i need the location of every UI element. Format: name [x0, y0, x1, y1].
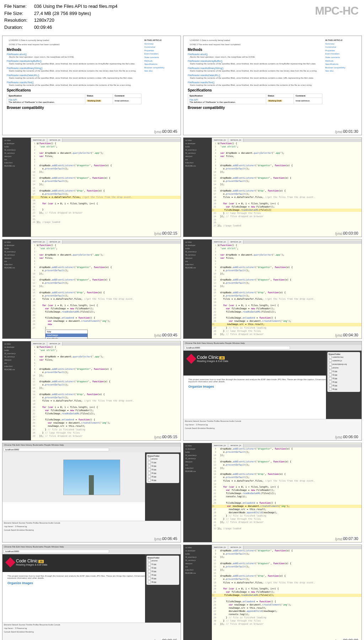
- compat-heading: Browser compatibility: [7, 106, 141, 110]
- file-tree[interactable]: ca indexca developerbuilds02_exercise.js…: [183, 240, 212, 339]
- code-editor[interactable]: exercise.jsservice.js8 dropNode.addEvent…: [212, 443, 362, 542]
- file-tree[interactable]: ca indexca developerbuilds02_exercise.js…: [2, 240, 31, 339]
- duration-value: 00:09:46: [34, 25, 52, 30]
- file-tree[interactable]: ca indexca developerbuilds02_exercise.js…: [2, 138, 31, 237]
- file-tree[interactable]: ca indexca developerbuilds02_exercise.js…: [183, 138, 212, 237]
- thumb-3[interactable]: ca indexca developerbuilds02_exercise.js…: [2, 137, 181, 237]
- code-editor[interactable]: exercise.jsservice.js1$(function() {2 'u…: [31, 240, 181, 339]
- devtools-tabs[interactable]: Elements Network Sources Timeline Profil…: [183, 419, 362, 423]
- url-bar[interactable]: localhost:8000: [183, 345, 362, 351]
- menubar[interactable]: Chrome File Edit View History Bookmarks …: [183, 341, 362, 345]
- app-watermark: MPC-HC: [315, 4, 358, 17]
- filesize-label: File Size:: [4, 10, 33, 17]
- thumb-8[interactable]: Chrome File Edit View History Bookmarks …: [183, 341, 362, 441]
- filename-label: File Name:: [4, 3, 33, 10]
- duration-label: Duration:: [4, 24, 33, 31]
- code-editor[interactable]: exercise.jsservice.js1$(function() {2 'u…: [212, 138, 362, 237]
- file-tree[interactable]: ca indexca developerbuilds02_exercise.js…: [2, 341, 31, 440]
- thumb-5[interactable]: ca indexca developerbuilds02_exercise.js…: [2, 239, 181, 339]
- specs-heading: Specifications: [7, 88, 141, 92]
- timestamp: 00:00:45: [161, 129, 178, 134]
- filesize-value: 27,4 MB (28 756 899 bytes): [34, 11, 91, 16]
- file-tree[interactable]: ca indexca developerbuilds02_exercise.js…: [183, 545, 212, 640]
- specs-table: SpecificationStatusComment File APIThe d…: [7, 94, 141, 104]
- code-editor[interactable]: exercise.jsservice.js1$(function() {2 'u…: [31, 138, 181, 237]
- logo-icon: [186, 353, 196, 363]
- thumb-9[interactable]: Chrome File Edit View History Bookmarks …: [2, 443, 181, 542]
- thumb-4[interactable]: ca indexca developerbuilds02_exercise.js…: [183, 137, 362, 237]
- code-editor[interactable]: exercise.jsservice.js8 dropNode.addEvent…: [212, 545, 362, 640]
- thumbnail-grid: LOADING 1 Data is currently being loaded…: [0, 33, 364, 640]
- article-nav: IN THIS ARTICLE Summary Constructor Prop…: [144, 39, 176, 111]
- resolution-value: 1280x720: [34, 17, 54, 23]
- code-editor[interactable]: exercise.jsservice.js1$(function() {2 'u…: [31, 341, 181, 440]
- thumb-1[interactable]: LOADING 1 Data is currently being loaded…: [2, 36, 181, 135]
- file-tree[interactable]: ca indexca developerbuilds02_exercise.js…: [183, 443, 212, 542]
- resolution-label: Resolution:: [4, 17, 33, 24]
- thumb-12[interactable]: ca indexca developerbuilds02_exercise.js…: [183, 545, 362, 640]
- file-info-header: File Name: 036 Using the Files API to re…: [0, 0, 364, 33]
- thumb-6[interactable]: ca indexca developerbuilds02_exercise.js…: [183, 239, 362, 339]
- thumb-10[interactable]: ca indexca developerbuilds02_exercise.js…: [183, 443, 362, 542]
- methods-heading: Methods: [7, 48, 141, 52]
- thumb-7[interactable]: ca indexca developerbuilds02_exercise.js…: [2, 341, 181, 441]
- finder-panel: Shared Folder codeclinic.key codeclinic.…: [326, 351, 362, 419]
- thumb-11[interactable]: Chrome File Edit View History Bookmarks …: [2, 545, 181, 640]
- filename-value: 036 Using the Files API to read files.mp…: [34, 4, 118, 9]
- code-editor[interactable]: exercise.jsservice.js1$(function() {2 'u…: [212, 240, 362, 339]
- thumb-2[interactable]: LOADING 1 Data is currently being loaded…: [183, 36, 362, 135]
